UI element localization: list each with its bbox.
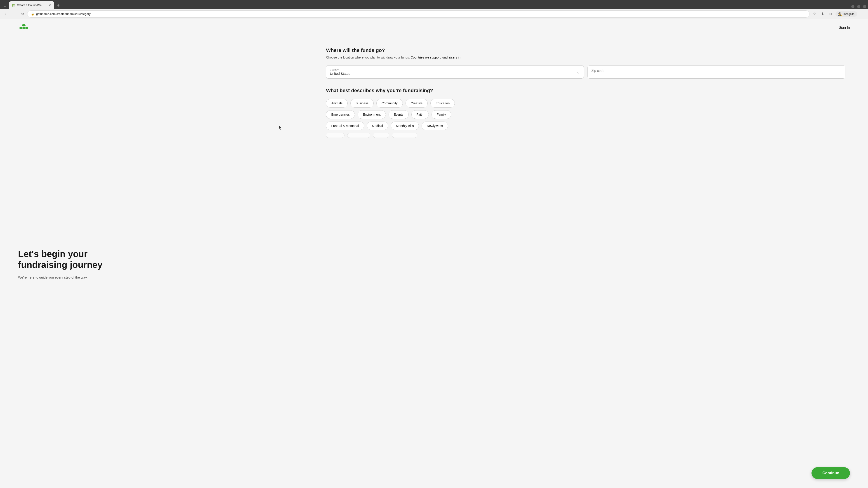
category-row-1: Animals Business Community Creative Educ… [326,99,845,107]
tab-close-icon[interactable]: ✕ [48,3,52,7]
svg-point-0 [22,24,26,26]
country-value: United States [330,72,350,75]
browser-toolbar: ← → ↻ 🔒 gofundme.com/create/fundraiser/c… [0,9,868,19]
category-funeral[interactable]: Funeral & Memorial [326,122,364,130]
category-emergencies[interactable]: Emergencies [326,110,355,119]
category-creative[interactable]: Creative [405,99,428,107]
country-select-content: Country United States [330,68,350,76]
category-education[interactable]: Education [430,99,455,107]
download-button[interactable]: ⬇ [819,11,826,18]
address-bar[interactable]: 🔒 gofundme.com/create/fundraiser/categor… [27,10,810,18]
incognito-badge[interactable]: 🕵 Incognito [835,11,857,17]
category-row-2: Emergencies Environment Events Faith Fam… [326,110,845,119]
forward-button[interactable]: → [11,11,18,18]
svg-point-3 [25,27,28,29]
country-label: Country [330,68,350,71]
incognito-icon: 🕵 [838,12,842,16]
url-text: gofundme.com/create/fundraiser/category [36,12,806,15]
close-button[interactable] [863,5,866,8]
main-heading: Let's begin your fundraising journey [18,249,299,270]
continue-button[interactable]: Continue [811,467,850,479]
tab-favicon-icon: 🌿 [12,4,15,7]
location-inputs: Country United States ⌄ [326,65,845,78]
category-events[interactable]: Events [389,110,409,119]
left-panel: Let's begin your fundraising journey We'… [0,36,312,488]
active-tab[interactable]: 🌿 Create a GoFundMe ✕ [9,1,54,9]
gofundme-logo [18,23,29,32]
browser-window: ⌄ 🌿 Create a GoFundMe ✕ + ← → ↻ 🔒 gofund… [0,0,868,19]
supported-countries-link[interactable]: Countries we support fundraisers in. [411,56,461,59]
category-row-4-partial [326,133,845,138]
bookmark-button[interactable]: ☆ [811,11,818,18]
lock-icon: 🔒 [31,12,34,15]
tab-list-button[interactable]: ⌄ [2,3,8,9]
category-faith[interactable]: Faith [411,110,429,119]
right-panel: Where will the funds go? Choose the loca… [312,36,868,488]
category-community[interactable]: Community [376,99,403,107]
minimize-button[interactable] [851,5,855,8]
back-button[interactable]: ← [3,11,9,18]
sign-in-button[interactable]: Sign In [839,26,850,30]
maximize-button[interactable] [857,5,860,8]
svg-point-1 [20,27,22,29]
split-screen-button[interactable]: ⊡ [827,11,834,18]
continue-button-area: Continue [811,467,850,479]
incognito-label: Incognito [843,12,855,15]
category-environment[interactable]: Environment [358,110,386,119]
location-section: Where will the funds go? Choose the loca… [326,47,845,78]
logo-area [18,23,29,32]
location-section-subtitle: Choose the location where you plan to wi… [326,55,845,60]
new-tab-button[interactable]: + [55,2,61,8]
category-section: What best describes why you're fundraisi… [326,88,845,138]
category-family[interactable]: Family [432,110,451,119]
main-subtext: We're here to guide you every step of th… [18,275,299,280]
tab-title: Create a GoFundMe [17,4,46,7]
svg-point-2 [22,27,25,29]
category-row-3: Funeral & Memorial Medical Monthly Bills… [326,122,845,130]
page-content: Sign In Let's begin your fundraising jou… [0,19,868,488]
location-section-title: Where will the funds go? [326,47,845,53]
category-animals[interactable]: Animals [326,99,348,107]
category-medical[interactable]: Medical [367,122,388,130]
category-section-title: What best describes why you're fundraisi… [326,88,845,94]
category-monthly-bills[interactable]: Monthly Bills [391,122,419,130]
main-layout: Let's begin your fundraising journey We'… [0,36,868,488]
zip-code-field[interactable] [591,69,842,72]
country-select[interactable]: Country United States ⌄ [326,65,584,78]
category-business[interactable]: Business [350,99,374,107]
browser-tab-bar: ⌄ 🌿 Create a GoFundMe ✕ + [0,0,868,9]
more-options-button[interactable]: ⋮ [859,11,865,18]
category-newlyweds[interactable]: Newlyweds [422,122,448,130]
site-header: Sign In [0,19,868,36]
country-chevron-icon: ⌄ [577,70,580,74]
reload-button[interactable]: ↻ [19,11,26,18]
zip-code-input[interactable] [587,65,845,78]
